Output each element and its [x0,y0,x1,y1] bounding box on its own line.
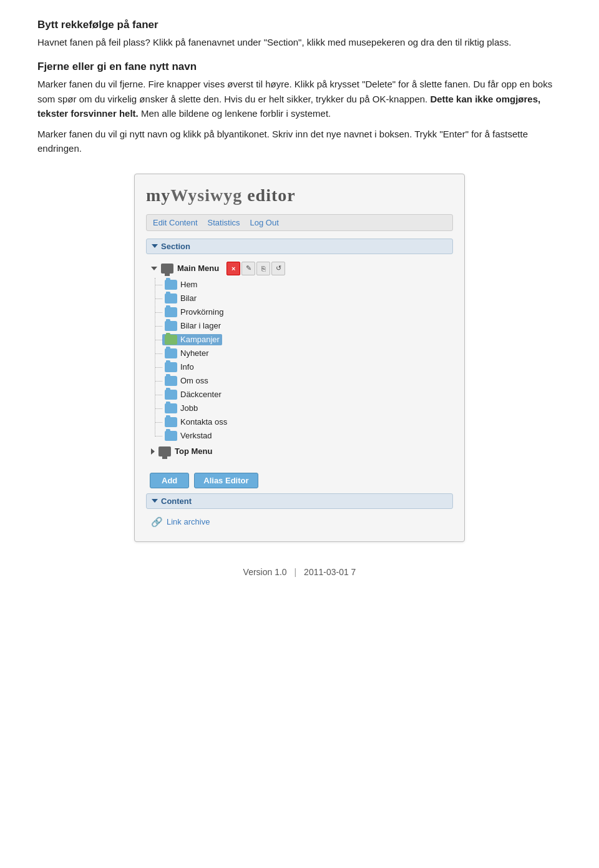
menu-statistics[interactable]: Statistics [208,218,240,227]
tree-item-om-oss: Om oss [162,374,453,388]
folder-icon-kampanjer [165,335,177,345]
tree-item-hem-label: Hem [180,280,197,289]
tree-item-om-oss-inner[interactable]: Om oss [162,375,211,387]
tree-item-jobb: Jobb [162,402,453,415]
tree-item-kontakta-oss-label: Kontakta oss [180,417,227,427]
action-buttons: × ✎ ⎘ ↺ [226,262,285,275]
version-date: 2011-03-01 7 [304,567,356,577]
editor-widget: myWysiwyg editor Edit Content Statistics… [134,174,465,542]
tree-item-verkstad-inner[interactable]: Verkstad [162,430,215,441]
folder-icon-kontakta-oss [165,417,177,427]
tree-item-om-oss-label: Om oss [180,376,208,385]
editor-menubar: Edit Content Statistics Log Out [146,214,453,231]
tree-item-nyheter: Nyheter [162,347,453,360]
section-label: Section [161,242,190,251]
version-separator: | [295,567,297,577]
link-archive-icon: 🔗 [151,516,163,528]
folder-icon-info [165,362,177,372]
folder-icon-bilar [165,293,177,303]
folder-icon-provkorning [165,307,177,317]
link-archive-label: Link archive [167,517,210,526]
content-collapse-arrow [152,499,158,503]
para-nytt-navn: Marker fanen du vil gi nytt navn og klik… [37,127,562,156]
heading-fjerne: Fjerne eller gi en fane nytt navn [37,61,562,73]
tree-item-provkorning: Provkörning [162,305,453,319]
tree-item-hem-inner[interactable]: Hem [162,279,200,290]
tree-root-top-menu: Top Menu [151,446,453,456]
copy-button[interactable]: ⎘ [256,262,270,275]
version-footer: Version 1.0 | 2011-03-01 7 [37,567,562,577]
tree-area: Main Menu × ✎ ⎘ ↺ Hem Bilar [146,259,453,461]
tree-item-dackcenter-inner[interactable]: Däckcenter [162,389,224,400]
folder-icon-jobb [165,403,177,413]
tree-item-dackcenter-label: Däckcenter [180,390,222,399]
section-header[interactable]: Section [146,239,453,254]
tree-item-info-label: Info [180,362,194,372]
para-rekkefølge: Havnet fanen på feil plass? Klikk på fan… [37,35,562,49]
tree-item-nyheter-inner[interactable]: Nyheter [162,348,212,359]
folder-icon-bilar-i-lager [165,321,177,331]
edit-button[interactable]: ✎ [241,262,255,275]
top-menu-monitor-icon [158,446,171,456]
add-button[interactable]: Add [150,473,189,488]
editor-title: myWysiwyg editor [146,185,453,205]
link-archive-item[interactable]: 🔗 Link archive [146,514,453,530]
tree-item-nyheter-label: Nyheter [180,348,209,358]
top-menu-label: Top Menu [175,446,212,456]
tree-item-kontakta-oss-inner[interactable]: Kontakta oss [162,417,230,428]
tree-item-info-inner[interactable]: Info [162,362,197,373]
heading-rekkefølge: Bytt rekkefølge på faner [37,19,562,31]
main-menu-label: Main Menu [177,264,219,273]
section-collapse-arrow [152,244,158,248]
tree-item-info: Info [162,360,453,374]
tree-item-verkstad-label: Verkstad [180,431,212,440]
tree-item-provkorning-label: Provkörning [180,307,223,317]
tree-item-dackcenter: Däckcenter [162,388,453,402]
para-fjerne: Marker fanen du vil fjerne. Fire knapper… [37,77,562,121]
folder-icon-om-oss [165,376,177,386]
undo-button[interactable]: ↺ [271,262,285,275]
tree-item-jobb-label: Jobb [180,403,198,413]
editor-title-prefix: my [146,185,170,205]
top-menu-collapse[interactable] [151,448,155,455]
para-fjerne-text2: Men alle bildene og lenkene forblir i sy… [141,108,331,119]
tree-item-provkorning-inner[interactable]: Provkörning [162,307,226,318]
tree-item-hem: Hem [162,278,453,292]
delete-button[interactable]: × [226,262,240,275]
editor-title-suffix: editor [242,185,296,205]
tree-item-bilar-i-lager: Bilar i lager [162,319,453,333]
tree-item-bilar-i-lager-inner[interactable]: Bilar i lager [162,320,223,332]
version-label: Version 1.0 [243,567,287,577]
tree-item-bilar-i-lager-label: Bilar i lager [180,321,221,330]
content-section-header[interactable]: Content [146,493,453,509]
tree-item-kampanjer: Kampanjer [162,333,453,347]
tree-items: Hem Bilar Provkörning Bilar i lager [151,278,453,443]
folder-icon-dackcenter [165,390,177,400]
main-menu-monitor-icon [161,264,173,274]
tree-item-bilar-label: Bilar [180,293,197,303]
main-menu-collapse[interactable] [151,267,157,270]
tree-root-main-menu: Main Menu × ✎ ⎘ ↺ [151,262,453,275]
menu-log-out[interactable]: Log Out [250,218,279,227]
tree-item-bilar-inner[interactable]: Bilar [162,293,199,304]
tree-item-kontakta-oss: Kontakta oss [162,415,453,429]
folder-icon-verkstad [165,431,177,441]
editor-title-main: Wysiwyg [170,185,242,205]
tree-item-verkstad: Verkstad [162,429,453,443]
bottom-buttons-section: Add Alias Editor [146,468,453,493]
tree-item-jobb-inner[interactable]: Jobb [162,403,200,414]
tree-item-kampanjer-label: Kampanjer [180,335,220,344]
tree-item-bilar: Bilar [162,292,453,305]
content-label: Content [161,496,192,506]
tree-item-kampanjer-inner[interactable]: Kampanjer [162,334,222,345]
folder-icon-hem [165,280,177,290]
alias-editor-button[interactable]: Alias Editor [194,473,258,488]
menu-edit-content[interactable]: Edit Content [153,218,198,227]
folder-icon-nyheter [165,348,177,358]
